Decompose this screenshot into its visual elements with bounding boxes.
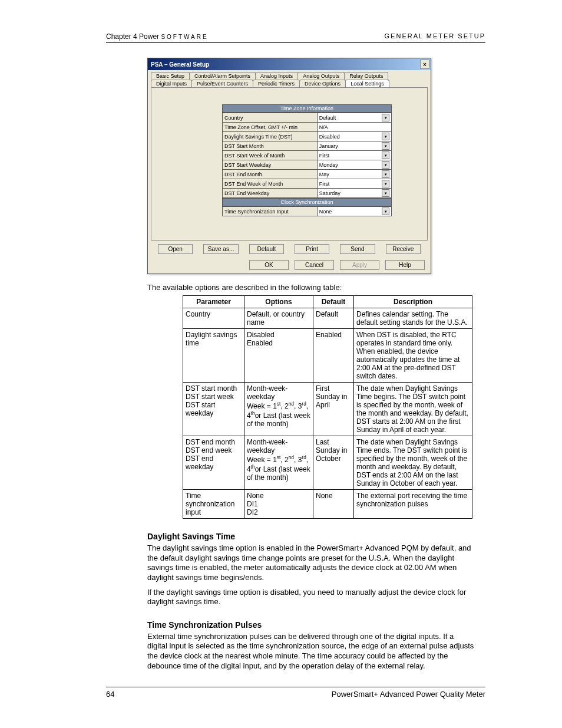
options-table: ParameterOptionsDefaultDescription Count… bbox=[183, 295, 472, 519]
general-setup-dialog: PSA – General Setup × Basic SetupControl… bbox=[147, 58, 431, 274]
apply-button[interactable]: Apply bbox=[340, 260, 379, 270]
product-name: PowerSmart+ Advanced Power Quality Meter bbox=[332, 690, 485, 699]
form-label: DST End Week of Month bbox=[223, 179, 318, 189]
sync-label: Time Synchronization Input bbox=[223, 207, 318, 216]
tab-row-1: Basic SetupControl/Alarm SetpointsAnalog… bbox=[151, 72, 428, 80]
table-row: DST end monthDST end weekDST end weekday… bbox=[183, 436, 472, 490]
tab-relay-outputs[interactable]: Relay Outputs bbox=[344, 72, 388, 80]
intro-text: The available options are described in t… bbox=[147, 283, 485, 292]
help-button[interactable]: Help bbox=[385, 260, 425, 270]
form-value-cell[interactable]: Disabled▾ bbox=[317, 132, 391, 141]
chevron-down-icon[interactable]: ▾ bbox=[382, 114, 389, 121]
tab-analog-outputs[interactable]: Analog Outputs bbox=[297, 72, 345, 80]
timezone-grid: CountryDefault▾Time Zone Offset, GMT +/-… bbox=[222, 113, 392, 198]
form-label: DST End Weekday bbox=[223, 189, 318, 198]
tsp-para: External time synchronization pulses can… bbox=[147, 632, 474, 671]
form-value-cell[interactable]: Default▾ bbox=[317, 113, 391, 123]
ok-button[interactable]: OK bbox=[249, 260, 289, 270]
chevron-down-icon[interactable]: ▾ bbox=[382, 180, 389, 187]
open-button[interactable]: Open bbox=[158, 244, 193, 254]
tab-row-2: Digital InputsPulse/Event CountersPeriod… bbox=[151, 80, 428, 87]
options-table-header-row: ParameterOptionsDefaultDescription bbox=[183, 296, 472, 308]
col-header: Options bbox=[244, 296, 313, 308]
cell-options: Default, or country name bbox=[244, 308, 313, 329]
tab-local-settings[interactable]: Local Settings bbox=[345, 80, 389, 87]
form-value-cell[interactable]: May▾ bbox=[317, 170, 391, 179]
cell-description: Defines calendar setting. The default se… bbox=[354, 308, 472, 329]
software-label: SOFTWARE bbox=[161, 34, 208, 40]
page-header: Chapter 4 Power SOFTWARE GENERAL METER S… bbox=[106, 32, 485, 43]
receive-button[interactable]: Receive bbox=[386, 244, 421, 254]
cell-default: First Sunday in April bbox=[313, 383, 354, 436]
cell-parameter: DST start monthDST start weekDST start w… bbox=[183, 383, 244, 436]
chevron-down-icon[interactable]: ▾ bbox=[382, 207, 389, 215]
table-row: CountryDefault, or country nameDefaultDe… bbox=[183, 308, 472, 329]
clocksync-grid: Time Synchronization Input None▾ bbox=[222, 206, 392, 216]
cell-default: Enabled bbox=[313, 329, 354, 383]
section-timezone: Time Zone Information bbox=[222, 104, 392, 113]
form-value-cell[interactable]: Monday▾ bbox=[317, 160, 391, 170]
tab-basic-setup[interactable]: Basic Setup bbox=[151, 72, 190, 80]
heading-tsp: Time Synchronization Pulses bbox=[147, 620, 485, 630]
header-right: GENERAL METER SETUP bbox=[385, 32, 485, 41]
form-value-cell[interactable]: First▾ bbox=[317, 151, 391, 160]
tab-device-options[interactable]: Device Options bbox=[299, 80, 346, 87]
sync-value-cell[interactable]: None▾ bbox=[317, 207, 391, 216]
chevron-down-icon[interactable]: ▾ bbox=[382, 142, 389, 150]
form-label: DST Start Week of Month bbox=[223, 151, 318, 160]
cell-parameter: Country bbox=[183, 308, 244, 329]
save-as--button[interactable]: Save as... bbox=[203, 244, 238, 254]
form-value-cell[interactable]: First▾ bbox=[317, 179, 391, 189]
dst-para-2: If the daylight savings time option is d… bbox=[147, 588, 474, 607]
dialog-title: PSA – General Setup bbox=[151, 61, 209, 68]
form-label: Country bbox=[223, 113, 318, 123]
cell-options: NoneDI1DI2 bbox=[244, 490, 313, 519]
cell-default: None bbox=[313, 490, 354, 519]
chapter-label: Chapter 4 Power bbox=[106, 32, 159, 41]
cell-description: The date when Daylight Savings Time begi… bbox=[354, 383, 472, 436]
form-value-cell: N/A bbox=[317, 123, 391, 132]
table-row: Daylight savings timeDisabledEnabledEnab… bbox=[183, 329, 472, 383]
print-button[interactable]: Print bbox=[295, 244, 329, 254]
cell-parameter: Time synchronization input bbox=[183, 490, 244, 519]
cell-parameter: Daylight savings time bbox=[183, 329, 244, 383]
page-footer: 64 PowerSmart+ Advanced Power Quality Me… bbox=[106, 687, 485, 699]
cell-description: When DST is disabled, the RTC operates i… bbox=[354, 329, 472, 383]
cell-description: The external port receiving the time syn… bbox=[354, 490, 472, 519]
cell-default: Last Sunday in October bbox=[313, 436, 354, 490]
form-label: DST Start Weekday bbox=[223, 160, 318, 170]
form-value-cell[interactable]: January▾ bbox=[317, 141, 391, 151]
default-button[interactable]: Default bbox=[249, 244, 284, 254]
tab-pulse-event-counters[interactable]: Pulse/Event Counters bbox=[191, 80, 253, 87]
tab-periodic-timers[interactable]: Periodic Timers bbox=[253, 80, 300, 87]
chevron-down-icon[interactable]: ▾ bbox=[382, 189, 389, 197]
cancel-button[interactable]: Cancel bbox=[295, 260, 334, 270]
send-button[interactable]: Send bbox=[340, 244, 375, 254]
section-clock-sync: Clock Synchronization bbox=[222, 198, 392, 206]
cell-default: Default bbox=[313, 308, 354, 329]
dialog-button-row-2: OKCancelApplyHelp bbox=[148, 258, 431, 274]
col-header: Parameter bbox=[183, 296, 244, 308]
chevron-down-icon[interactable]: ▾ bbox=[382, 133, 389, 140]
col-header: Description bbox=[354, 296, 472, 308]
tab-panel-local-settings: Time Zone Information CountryDefault▾Tim… bbox=[151, 87, 428, 241]
dst-para-1: The daylight savings time option is enab… bbox=[147, 543, 474, 583]
table-row: DST start monthDST start weekDST start w… bbox=[183, 383, 472, 436]
chevron-down-icon[interactable]: ▾ bbox=[382, 161, 389, 169]
tab-digital-inputs[interactable]: Digital Inputs bbox=[151, 80, 192, 87]
cell-options: Month-week-weekdayWeek = 1st, 2nd, 3rd, … bbox=[244, 383, 313, 436]
form-label: Daylight Savings Time (DST) bbox=[223, 132, 318, 141]
close-icon[interactable]: × bbox=[420, 60, 429, 69]
dialog-titlebar: PSA – General Setup × bbox=[148, 58, 431, 70]
tab-analog-inputs[interactable]: Analog Inputs bbox=[255, 72, 298, 80]
cell-parameter: DST end monthDST end weekDST end weekday bbox=[183, 436, 244, 490]
form-value-cell[interactable]: Saturday▾ bbox=[317, 189, 391, 198]
tab-control-alarm-setpoints[interactable]: Control/Alarm Setpoints bbox=[189, 72, 256, 80]
chevron-down-icon[interactable]: ▾ bbox=[382, 170, 389, 178]
form-label: Time Zone Offset, GMT +/- min bbox=[223, 123, 318, 132]
col-header: Default bbox=[313, 296, 354, 308]
table-row: Time synchronization inputNoneDI1DI2None… bbox=[183, 490, 472, 519]
chevron-down-icon[interactable]: ▾ bbox=[382, 151, 389, 159]
cell-description: The date when Daylight Savings Time ends… bbox=[354, 436, 472, 490]
sync-value: None bbox=[319, 209, 332, 215]
